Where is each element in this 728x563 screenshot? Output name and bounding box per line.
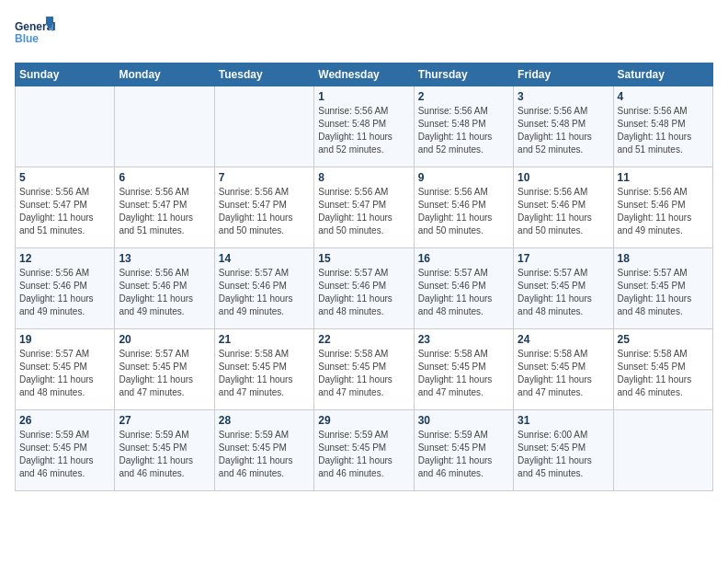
day-number: 23 <box>418 333 509 346</box>
day-number: 4 <box>618 90 709 103</box>
day-number: 9 <box>418 171 509 184</box>
day-number: 3 <box>518 90 609 103</box>
calendar-cell: 4Sunrise: 5:56 AM Sunset: 5:48 PM Daylig… <box>613 86 712 167</box>
calendar-week-1: 1Sunrise: 5:56 AM Sunset: 5:48 PM Daylig… <box>16 86 713 167</box>
day-number: 1 <box>318 90 409 103</box>
day-number: 15 <box>318 252 409 265</box>
weekday-header-wednesday: Wednesday <box>314 63 414 86</box>
day-info: Sunrise: 5:56 AM Sunset: 5:46 PM Dayligh… <box>418 186 509 237</box>
day-number: 7 <box>219 171 310 184</box>
day-info: Sunrise: 5:59 AM Sunset: 5:45 PM Dayligh… <box>318 429 409 480</box>
calendar-cell: 7Sunrise: 5:56 AM Sunset: 5:47 PM Daylig… <box>214 167 313 248</box>
calendar-cell <box>16 86 115 167</box>
day-number: 28 <box>219 414 310 427</box>
day-info: Sunrise: 5:59 AM Sunset: 5:45 PM Dayligh… <box>119 429 210 480</box>
day-info: Sunrise: 5:56 AM Sunset: 5:47 PM Dayligh… <box>219 186 310 237</box>
day-info: Sunrise: 5:56 AM Sunset: 5:47 PM Dayligh… <box>318 186 409 237</box>
calendar-cell: 3Sunrise: 5:56 AM Sunset: 5:48 PM Daylig… <box>514 86 613 167</box>
day-number: 14 <box>219 252 310 265</box>
weekday-header-sunday: Sunday <box>16 63 115 86</box>
day-number: 10 <box>518 171 609 184</box>
weekday-header-row: SundayMondayTuesdayWednesdayThursdayFrid… <box>16 63 713 86</box>
day-info: Sunrise: 5:58 AM Sunset: 5:45 PM Dayligh… <box>418 348 509 399</box>
calendar-cell: 27Sunrise: 5:59 AM Sunset: 5:45 PM Dayli… <box>115 410 214 491</box>
day-info: Sunrise: 5:57 AM Sunset: 5:46 PM Dayligh… <box>219 267 310 318</box>
calendar-cell: 22Sunrise: 5:58 AM Sunset: 5:45 PM Dayli… <box>314 329 414 410</box>
day-number: 2 <box>418 90 509 103</box>
day-number: 26 <box>19 414 110 427</box>
calendar-cell: 28Sunrise: 5:59 AM Sunset: 5:45 PM Dayli… <box>214 410 313 491</box>
day-number: 11 <box>618 171 709 184</box>
day-info: Sunrise: 5:57 AM Sunset: 5:45 PM Dayligh… <box>618 267 709 318</box>
calendar-week-2: 5Sunrise: 5:56 AM Sunset: 5:47 PM Daylig… <box>16 167 713 248</box>
day-number: 29 <box>318 414 409 427</box>
day-info: Sunrise: 5:56 AM Sunset: 5:48 PM Dayligh… <box>518 105 609 156</box>
calendar-cell: 12Sunrise: 5:56 AM Sunset: 5:46 PM Dayli… <box>16 248 115 329</box>
day-number: 25 <box>618 333 709 346</box>
calendar-table: SundayMondayTuesdayWednesdayThursdayFrid… <box>15 63 713 491</box>
day-number: 16 <box>418 252 509 265</box>
day-number: 18 <box>618 252 709 265</box>
day-info: Sunrise: 5:57 AM Sunset: 5:46 PM Dayligh… <box>418 267 509 318</box>
calendar-week-4: 19Sunrise: 5:57 AM Sunset: 5:45 PM Dayli… <box>16 329 713 410</box>
calendar-cell: 11Sunrise: 5:56 AM Sunset: 5:46 PM Dayli… <box>613 167 712 248</box>
calendar-cell: 9Sunrise: 5:56 AM Sunset: 5:46 PM Daylig… <box>414 167 513 248</box>
weekday-header-monday: Monday <box>115 63 214 86</box>
day-info: Sunrise: 6:00 AM Sunset: 5:45 PM Dayligh… <box>518 429 609 480</box>
weekday-header-friday: Friday <box>514 63 613 86</box>
day-info: Sunrise: 5:56 AM Sunset: 5:48 PM Dayligh… <box>618 105 709 156</box>
page-header: General Blue <box>15 15 713 55</box>
calendar-cell: 14Sunrise: 5:57 AM Sunset: 5:46 PM Dayli… <box>214 248 313 329</box>
calendar-week-3: 12Sunrise: 5:56 AM Sunset: 5:46 PM Dayli… <box>16 248 713 329</box>
day-number: 22 <box>318 333 409 346</box>
calendar-cell <box>115 86 214 167</box>
day-number: 20 <box>119 333 210 346</box>
day-info: Sunrise: 5:57 AM Sunset: 5:45 PM Dayligh… <box>119 348 210 399</box>
calendar-cell: 10Sunrise: 5:56 AM Sunset: 5:46 PM Dayli… <box>514 167 613 248</box>
day-info: Sunrise: 5:56 AM Sunset: 5:48 PM Dayligh… <box>418 105 509 156</box>
day-number: 5 <box>19 171 110 184</box>
calendar-cell: 31Sunrise: 6:00 AM Sunset: 5:45 PM Dayli… <box>514 410 613 491</box>
day-number: 19 <box>19 333 110 346</box>
calendar-cell: 2Sunrise: 5:56 AM Sunset: 5:48 PM Daylig… <box>414 86 513 167</box>
calendar-cell: 29Sunrise: 5:59 AM Sunset: 5:45 PM Dayli… <box>314 410 414 491</box>
day-info: Sunrise: 5:56 AM Sunset: 5:46 PM Dayligh… <box>19 267 110 318</box>
day-number: 13 <box>119 252 210 265</box>
day-info: Sunrise: 5:56 AM Sunset: 5:46 PM Dayligh… <box>518 186 609 237</box>
day-info: Sunrise: 5:57 AM Sunset: 5:45 PM Dayligh… <box>19 348 110 399</box>
day-info: Sunrise: 5:56 AM Sunset: 5:48 PM Dayligh… <box>318 105 409 156</box>
calendar-cell: 5Sunrise: 5:56 AM Sunset: 5:47 PM Daylig… <box>16 167 115 248</box>
day-number: 21 <box>219 333 310 346</box>
weekday-header-saturday: Saturday <box>613 63 712 86</box>
calendar-cell: 21Sunrise: 5:58 AM Sunset: 5:45 PM Dayli… <box>214 329 313 410</box>
day-info: Sunrise: 5:56 AM Sunset: 5:46 PM Dayligh… <box>119 267 210 318</box>
day-info: Sunrise: 5:59 AM Sunset: 5:45 PM Dayligh… <box>219 429 310 480</box>
day-number: 8 <box>318 171 409 184</box>
calendar-cell: 8Sunrise: 5:56 AM Sunset: 5:47 PM Daylig… <box>314 167 414 248</box>
day-number: 27 <box>119 414 210 427</box>
day-info: Sunrise: 5:58 AM Sunset: 5:45 PM Dayligh… <box>219 348 310 399</box>
calendar-cell: 6Sunrise: 5:56 AM Sunset: 5:47 PM Daylig… <box>115 167 214 248</box>
day-number: 31 <box>518 414 609 427</box>
calendar-cell: 24Sunrise: 5:58 AM Sunset: 5:45 PM Dayli… <box>514 329 613 410</box>
logo-svg: General Blue <box>15 15 55 52</box>
calendar-cell: 1Sunrise: 5:56 AM Sunset: 5:48 PM Daylig… <box>314 86 414 167</box>
calendar-cell: 23Sunrise: 5:58 AM Sunset: 5:45 PM Dayli… <box>414 329 513 410</box>
calendar-cell: 15Sunrise: 5:57 AM Sunset: 5:46 PM Dayli… <box>314 248 414 329</box>
calendar-cell: 26Sunrise: 5:59 AM Sunset: 5:45 PM Dayli… <box>16 410 115 491</box>
day-number: 17 <box>518 252 609 265</box>
calendar-cell: 17Sunrise: 5:57 AM Sunset: 5:45 PM Dayli… <box>514 248 613 329</box>
calendar-week-5: 26Sunrise: 5:59 AM Sunset: 5:45 PM Dayli… <box>16 410 713 491</box>
day-info: Sunrise: 5:56 AM Sunset: 5:47 PM Dayligh… <box>19 186 110 237</box>
weekday-header-tuesday: Tuesday <box>214 63 313 86</box>
svg-text:Blue: Blue <box>15 32 39 45</box>
day-info: Sunrise: 5:56 AM Sunset: 5:47 PM Dayligh… <box>119 186 210 237</box>
calendar-cell: 25Sunrise: 5:58 AM Sunset: 5:45 PM Dayli… <box>613 329 712 410</box>
day-info: Sunrise: 5:58 AM Sunset: 5:45 PM Dayligh… <box>318 348 409 399</box>
day-info: Sunrise: 5:58 AM Sunset: 5:45 PM Dayligh… <box>618 348 709 399</box>
day-info: Sunrise: 5:59 AM Sunset: 5:45 PM Dayligh… <box>19 429 110 480</box>
calendar-cell <box>214 86 313 167</box>
day-info: Sunrise: 5:57 AM Sunset: 5:45 PM Dayligh… <box>518 267 609 318</box>
weekday-header-thursday: Thursday <box>414 63 513 86</box>
calendar-cell: 18Sunrise: 5:57 AM Sunset: 5:45 PM Dayli… <box>613 248 712 329</box>
